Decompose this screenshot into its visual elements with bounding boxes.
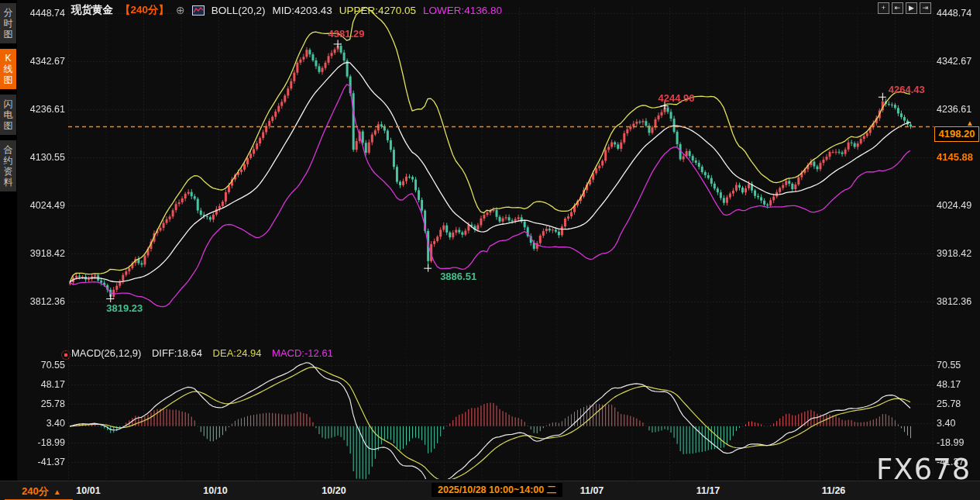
macd-diff-value: DIFF:18.64 [152, 347, 202, 359]
yaxis-left-label: 4024.49 [19, 200, 65, 211]
period-selector-label: 240分 [22, 485, 49, 497]
sidebar-tab-time-chart[interactable]: 分 时 图 [0, 3, 16, 43]
chart-style-icon[interactable] [192, 5, 205, 16]
yaxis-right-label: 4024.49 [937, 200, 971, 211]
price-annotation: 3886.51 [440, 271, 476, 282]
step-forward-icon[interactable]: ▶ [906, 2, 917, 14]
yaxis-left-label: 4448.74 [19, 8, 65, 19]
yaxis-right-label: 4448.74 [937, 8, 971, 19]
yaxis-left-label: 4236.61 [19, 104, 65, 115]
period-selector[interactable]: 240分▲ [22, 484, 61, 498]
price-chart-canvas[interactable] [0, 0, 980, 500]
chevron-up-icon: ▲ [53, 488, 61, 496]
toolbar: +⇤▶⇥ [878, 2, 931, 14]
macd-axis-left-label: -41.37 [19, 457, 65, 467]
sidebar-tab-contract-info[interactable]: 合 约 资 料 [0, 140, 16, 191]
macd-axis-right-label: -41.37 [937, 457, 964, 467]
last-price-marker: 4198.20 [934, 126, 979, 142]
boll-upper-value: UPPER:4270.05 [339, 5, 416, 16]
sidebar-tab-flash-chart[interactable]: 闪 电 图 [0, 95, 16, 135]
selected-candle-datetime: 2025/10/28 10:00~14:00 二 [432, 483, 562, 497]
price-annotation: 4264.43 [889, 84, 925, 95]
sidebar-tab-kline-chart[interactable]: K 线 图 [0, 49, 16, 89]
macd-axis-left-label: 70.55 [19, 360, 65, 371]
price-annotation: 3819.23 [106, 302, 143, 314]
yaxis-right-label: 4342.67 [937, 56, 971, 67]
yaxis-left-label: 4342.67 [19, 56, 65, 67]
macd-header: MACD(26,12,9) DIFF:18.64 DEA:24.94 MACD:… [71, 347, 341, 359]
macd-axis-right-label: 25.78 [937, 398, 961, 409]
pan-crosshair-icon[interactable]: + [878, 2, 889, 14]
alarm-icon[interactable] [61, 350, 70, 360]
zoom-left-edge-icon[interactable]: ⇤ [892, 2, 903, 14]
x-axis-label: 11/26 [822, 485, 846, 496]
secondary-price-marker: 4145.88 [935, 151, 975, 163]
boll-label: BOLL(20,2) [211, 5, 266, 16]
macd-params-label: MACD(26,12,9) [71, 347, 141, 359]
sidebar: 分 时 图K 线 图闪 电 图合 约 资 料 [0, 0, 17, 500]
macd-axis-left-label: 3.40 [19, 418, 65, 429]
x-axis-label: 10/20 [322, 485, 346, 496]
x-axis-label: 10/10 [203, 485, 227, 496]
chart-header: 现货黄金 【240分】 ⊕ BOLL(20,2) MID:4203.43 UPP… [71, 3, 502, 17]
price-pointer-icon: ▲ [966, 119, 974, 127]
gold-kline-chart-app: 分 时 图K 线 图闪 电 图合 约 资 料 现货黄金 【240分】 ⊕ BOL… [0, 0, 980, 500]
x-axis-label: 11/17 [696, 485, 720, 496]
boll-lower-value: LOWER:4136.80 [423, 5, 502, 16]
macd-dea-value: DEA:24.94 [213, 347, 262, 359]
x-axis-label: 10/01 [76, 485, 100, 496]
price-annotation: 4244.96 [658, 92, 695, 104]
period-label: 【240分】 [120, 3, 169, 17]
macd-bar-value: MACD:-12.61 [272, 347, 333, 359]
shift-right-edge-icon[interactable]: ⇥ [920, 2, 931, 14]
price-annotation: 4381.29 [328, 28, 365, 40]
macd-axis-right-label: 3.40 [937, 418, 955, 429]
yaxis-left-label: 3918.42 [19, 248, 65, 259]
macd-axis-right-label: -18.99 [937, 437, 964, 448]
macd-axis-left-label: 25.78 [19, 398, 65, 409]
x-axis-label: 11/07 [580, 485, 604, 496]
zoom-circle-icon[interactable]: ⊕ [176, 4, 185, 16]
boll-mid-value: MID:4203.43 [273, 5, 332, 16]
macd-axis-right-label: 70.55 [937, 360, 961, 371]
symbol-name: 现货黄金 [71, 3, 113, 17]
macd-axis-left-label: 48.17 [19, 379, 65, 390]
yaxis-right-label: 4236.61 [937, 104, 971, 115]
time-axis-bar: 240分▲ 10/0110/1010/2011/0711/1711/26 202… [0, 481, 980, 500]
yaxis-right-label: 3918.42 [937, 248, 971, 259]
yaxis-right-label: 3812.36 [937, 296, 971, 307]
yaxis-left-label: 4130.55 [19, 152, 65, 163]
yaxis-left-label: 3812.36 [19, 296, 65, 307]
macd-axis-left-label: -18.99 [19, 437, 65, 448]
macd-axis-right-label: 48.17 [937, 379, 961, 390]
